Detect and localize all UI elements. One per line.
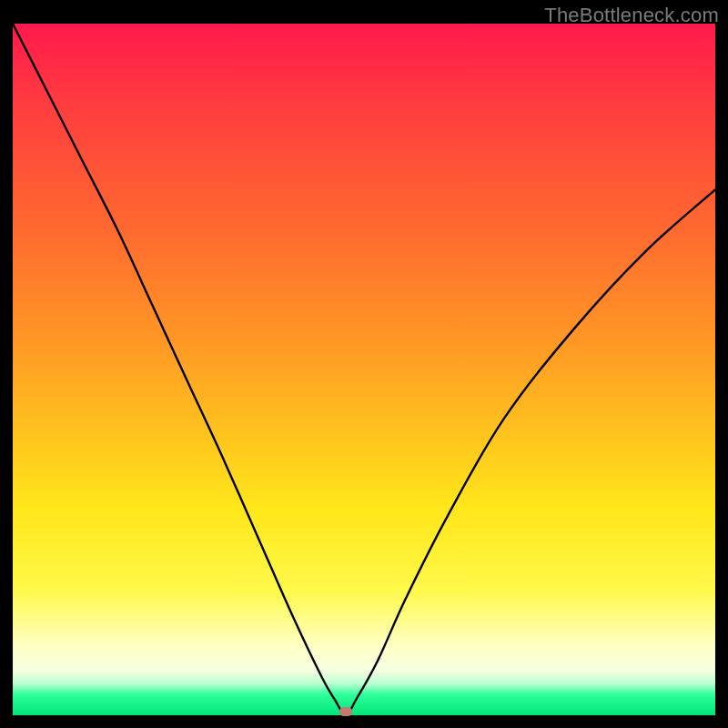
bottleneck-curve (13, 24, 715, 715)
chart-frame (13, 24, 715, 715)
watermark-text: TheBottleneck.com (544, 4, 719, 27)
minimum-marker (339, 707, 352, 716)
